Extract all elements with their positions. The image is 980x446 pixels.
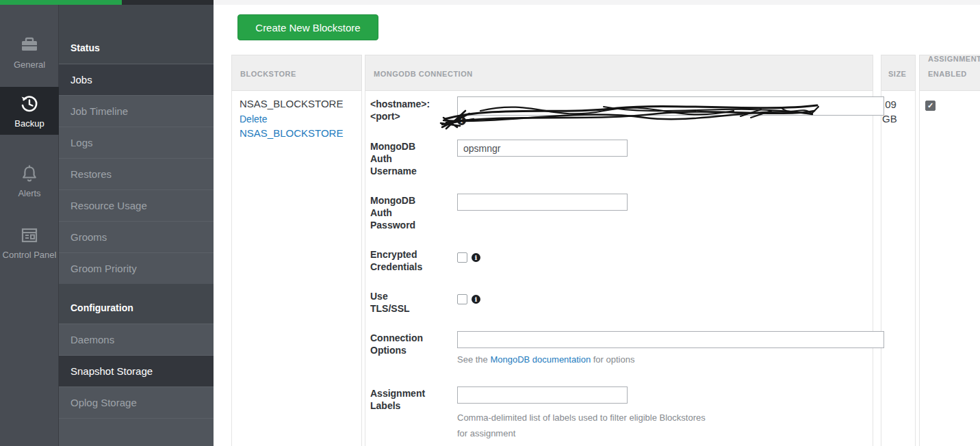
column-header-blockstore: BLOCKSTORE [231, 55, 362, 91]
auth-password-input[interactable] [457, 194, 628, 211]
use-tls-ssl-label: Use TLS/SSL [370, 290, 418, 315]
assignment-labels-input[interactable] [457, 386, 628, 404]
history-clock-icon [20, 94, 39, 114]
auth-username-label: MongoDB Auth Username [370, 140, 432, 177]
delete-blockstore-link[interactable]: Delete [240, 114, 267, 124]
sidebar-section-status: Status [59, 31, 214, 64]
sidebar-item-snapshot-storage[interactable]: Snapshot Storage [59, 355, 214, 386]
column-header-assignment-enabled: ASSIGNMENT ENABLED [919, 55, 980, 91]
connection-options-label: Connection Options [370, 332, 439, 356]
info-icon[interactable]: i [472, 253, 480, 262]
nav-item-label: Control Panel [0, 250, 59, 260]
encrypted-credentials-checkbox[interactable] [457, 252, 467, 263]
column-header-mongodb-connection: MONGODB CONNECTION [365, 55, 873, 91]
backup-sidebar: Status Jobs Job Timeline Logs Restores R… [59, 5, 214, 446]
connection-options-input[interactable] [457, 331, 884, 348]
blockstore-detail-link[interactable]: NSAS_BLOCKSTORE [240, 127, 343, 139]
sidebar-item-empty [59, 418, 214, 446]
create-new-blockstore-button[interactable]: Create New Blockstore [237, 14, 378, 40]
top-progress-bar [0, 0, 122, 5]
blockstore-name: NSAS_BLOCKSTORE [240, 98, 343, 109]
mongodb-documentation-link[interactable]: MongoDB documentation [490, 354, 591, 365]
sidebar-item-job-timeline[interactable]: Job Timeline [59, 95, 214, 127]
info-icon[interactable]: i [472, 295, 480, 304]
sidebar-item-restores[interactable]: Restores [59, 158, 214, 189]
column-header-size: SIZE [881, 55, 916, 91]
table-cell-size [881, 91, 916, 446]
ops-manager-backup-admin-page: General Backup Alerts [0, 0, 980, 446]
sidebar-section-configuration: Configuration [59, 284, 214, 324]
encrypted-credentials-label: Encrypted Credentials [370, 248, 436, 273]
assignment-enabled-checkbox[interactable]: ✓ [925, 101, 936, 111]
nav-item-label: Backup [0, 118, 59, 129]
use-tls-ssl-checkbox[interactable] [457, 294, 467, 304]
nav-item-alerts[interactable]: Alerts [0, 164, 59, 198]
nav-rail: General Backup Alerts [0, 5, 59, 446]
top-light-strip [214, 0, 980, 5]
help-suffix: for options [591, 354, 634, 365]
sidebar-item-resource-usage[interactable]: Resource Usage [59, 189, 214, 221]
table-cell-blockstore [231, 91, 362, 446]
briefcase-icon [20, 36, 39, 55]
nav-item-backup[interactable]: Backup [0, 94, 59, 129]
assignment-labels-help: Comma-delimited list of labels used to f… [457, 410, 709, 441]
hostname-port-input[interactable] [457, 96, 884, 116]
auth-username-input[interactable] [457, 140, 628, 157]
sidebar-item-daemons[interactable]: Daemons [59, 324, 214, 355]
help-prefix: See the [457, 354, 490, 365]
hostname-port-label: <hostname>: <port> [370, 98, 451, 122]
bell-icon [20, 164, 39, 183]
sidebar-spacer [59, 5, 214, 31]
auth-password-label: MongoDB Auth Password [370, 194, 432, 231]
size-value: .09 GB [882, 97, 914, 126]
sidebar-item-groom-priority[interactable]: Groom Priority [59, 252, 214, 284]
sidebar-item-logs[interactable]: Logs [59, 127, 214, 158]
assignment-labels-label: Assignment Labels [370, 387, 439, 412]
nav-item-label: General [0, 60, 59, 70]
sidebar-item-grooms[interactable]: Grooms [59, 221, 214, 252]
control-panel-icon [20, 226, 39, 245]
connection-options-help: See the MongoDB documentation for option… [457, 354, 634, 365]
sidebar-item-oplog-storage[interactable]: Oplog Storage [59, 386, 214, 418]
sidebar-item-jobs[interactable]: Jobs [59, 64, 214, 95]
info-icon[interactable]: i [457, 116, 466, 125]
nav-item-general[interactable]: General [0, 36, 59, 70]
nav-item-control-panel[interactable]: Control Panel [0, 226, 59, 260]
table-cell-assignment-enabled [919, 91, 980, 446]
top-dark-bar [122, 0, 214, 5]
nav-item-label: Alerts [0, 188, 59, 198]
